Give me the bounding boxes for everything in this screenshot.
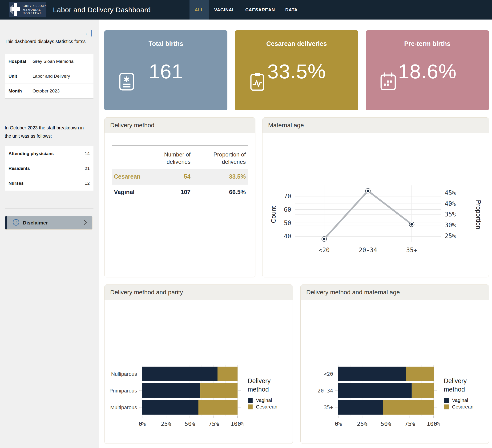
kpi-card-total-births: Total births <box>104 30 227 110</box>
svg-text:<20: <20 <box>324 371 333 377</box>
svg-text:30%: 30% <box>445 222 456 229</box>
svg-text:20-34: 20-34 <box>318 388 333 394</box>
svg-text:20-34: 20-34 <box>359 247 377 254</box>
cesarean-swatch <box>444 405 449 409</box>
sidebar-collapse-icon[interactable]: ←| <box>84 30 92 36</box>
info-row-hospital: Hospital Grey Sloan Memorial <box>5 54 93 69</box>
chart-legend: Delivery method Vaginal Cesarean <box>444 377 474 410</box>
svg-text:i: i <box>16 220 17 225</box>
svg-text:75%: 75% <box>208 420 219 427</box>
kpi-title: Total births <box>104 40 227 48</box>
dashboard-app: GREY + SLOAN MEMORIAL HOSPITAL Labor and… <box>0 0 492 448</box>
svg-text:25%: 25% <box>161 420 171 427</box>
kpi-card-cesarean-deliveries: Cesarean deliveries 33.5% <box>235 30 358 110</box>
kpi-row: Total births <box>104 30 489 110</box>
delivery-maternal-age-card: Delivery method and maternal age <2020-3… <box>300 284 489 444</box>
maternal-age-card: Maternal age 25%30%35%40%45%40506070<202… <box>262 117 489 278</box>
svg-text:70: 70 <box>284 193 291 200</box>
svg-text:40%: 40% <box>445 200 456 207</box>
card-title: Maternal age <box>268 122 304 129</box>
staff-row-residents: Residents 21 <box>5 161 93 176</box>
chevron-right-icon <box>83 219 87 226</box>
sidebar-intro-text: This dashboard displays statistics for:s… <box>5 37 92 46</box>
middle-row: Delivery method Number of deliveries Pro… <box>104 117 489 278</box>
svg-text:60: 60 <box>284 206 291 213</box>
birth-certificate-icon <box>117 72 136 92</box>
hospital-logo: GREY + SLOAN MEMORIAL HOSPITAL <box>9 2 46 17</box>
staff-row-nurses: Nurses 12 <box>5 176 93 191</box>
svg-text:0%: 0% <box>335 420 342 427</box>
delivery-parity-chart: NulliparousPrimiparousMultiparous0%25%50… <box>104 300 293 431</box>
svg-text:50: 50 <box>284 219 291 227</box>
svg-text:Count: Count <box>270 206 277 223</box>
bottom-row: Delivery method and parity NulliparousPr… <box>104 284 489 444</box>
svg-text:Nulliparous: Nulliparous <box>111 371 137 377</box>
kpi-card-preterm-births: Pre-term births <box>366 30 489 110</box>
disclaimer-accent-bar <box>5 216 7 229</box>
svg-text:25%: 25% <box>357 420 368 427</box>
card-title: Delivery method and parity <box>110 289 183 296</box>
sidebar-divider <box>5 116 93 116</box>
info-row-unit: Unit Labor and Delivery <box>5 69 93 84</box>
sidebar: ←| This dashboard displays statistics fo… <box>0 20 99 448</box>
card-header: Delivery method <box>104 118 255 133</box>
card-header: Delivery method and parity <box>104 285 293 300</box>
delivery-method-card: Delivery method Number of deliveries Pro… <box>104 117 256 278</box>
svg-text:<20: <20 <box>319 247 330 254</box>
info-row-month: Month October 2023 <box>5 84 93 99</box>
legend-item-cesarean: Cesarean <box>444 404 474 410</box>
maternal-age-line-chart: 25%30%35%40%45%40506070<2020-3435+CountP… <box>269 183 485 256</box>
tab-data[interactable]: DATA <box>280 0 303 20</box>
disclaimer-button[interactable]: i Disclaimer <box>5 216 92 230</box>
svg-text:75%: 75% <box>404 420 415 427</box>
svg-text:45%: 45% <box>445 189 456 197</box>
card-title: Delivery method <box>110 122 154 129</box>
clipboard-pulse-icon <box>248 72 266 92</box>
svg-text:35%: 35% <box>445 211 456 218</box>
legend-title: Delivery method <box>444 377 474 394</box>
nav-tabs: ALL VAGINAL CAESAREAN DATA <box>189 0 303 20</box>
svg-text:Multiparous: Multiparous <box>110 405 137 410</box>
dashboard-info-table: Hospital Grey Sloan Memorial Unit Labor … <box>5 54 93 99</box>
staff-row-attending: Attending physicians 14 <box>5 146 93 161</box>
hospital-logo-text: GREY + SLOAN MEMORIAL HOSPITAL <box>23 4 47 15</box>
legend-title: Delivery method <box>248 377 278 394</box>
main-content: Total births <box>99 20 492 448</box>
tab-caesarean[interactable]: CAESAREAN <box>240 0 280 20</box>
info-icon: i <box>12 219 20 227</box>
calendar-icon <box>379 72 397 92</box>
svg-text:50%: 50% <box>381 420 391 427</box>
legend-item-vaginal: Vaginal <box>248 398 278 403</box>
delivery-parity-card: Delivery method and parity NulliparousPr… <box>104 284 293 444</box>
card-header: Delivery method and maternal age <box>301 285 489 300</box>
disclaimer-label: Disclaimer <box>23 220 48 226</box>
table-row-vaginal: Vaginal 107 66.5% <box>112 184 248 200</box>
tab-vaginal[interactable]: VAGINAL <box>209 0 240 20</box>
vaginal-swatch <box>248 398 253 403</box>
delivery-maternal-age-chart: <2020-3435+0%25%50%75%100% Delivery meth… <box>301 300 489 431</box>
legend-item-vaginal: Vaginal <box>444 398 474 403</box>
svg-text:Primiparous: Primiparous <box>110 388 137 394</box>
delivery-method-table: Number of deliveries Proportion of deliv… <box>112 145 248 200</box>
svg-text:Proportion: Proportion <box>475 200 482 229</box>
page-title: Labor and Delivery Dashboard <box>53 6 151 14</box>
table-row-cesarean: Cesarean 54 33.5% <box>112 169 248 184</box>
sidebar-divider-2 <box>5 208 93 209</box>
svg-text:0%: 0% <box>139 420 146 427</box>
kpi-title: Cesarean deliveries <box>235 40 358 48</box>
chart-legend: Delivery method Vaginal Cesarean <box>248 377 278 410</box>
card-header: Maternal age <box>263 118 489 133</box>
svg-text:35+: 35+ <box>324 405 333 410</box>
vaginal-swatch <box>444 398 449 403</box>
tab-all[interactable]: ALL <box>189 0 209 20</box>
top-nav-bar: GREY + SLOAN MEMORIAL HOSPITAL Labor and… <box>0 0 492 20</box>
maternal-age-chart: 25%30%35%40%45%40506070<2020-3435+CountP… <box>263 133 489 257</box>
kpi-title: Pre-term births <box>366 40 489 48</box>
hospital-cross-icon <box>10 3 21 17</box>
cesarean-swatch <box>248 405 253 409</box>
svg-text:50%: 50% <box>184 420 195 427</box>
svg-text:35+: 35+ <box>406 247 417 254</box>
svg-text:25%: 25% <box>445 232 456 239</box>
parity-stacked-bar-chart: NulliparousPrimiparousMultiparous0%25%50… <box>107 363 243 431</box>
staff-intro-text: In October 2023 the staff breakdown in t… <box>5 124 90 140</box>
